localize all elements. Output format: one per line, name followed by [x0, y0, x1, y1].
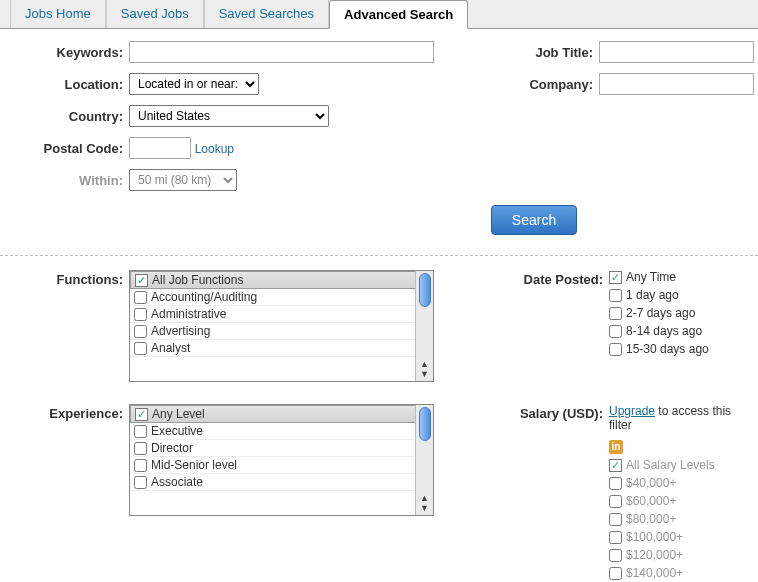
list-item[interactable]: Associate — [130, 474, 433, 491]
tab-jobs-home[interactable]: Jobs Home — [10, 0, 106, 28]
salary-section: Upgrade to access this filter in ✓All Sa… — [609, 404, 752, 582]
list-item[interactable]: Director — [130, 440, 433, 457]
checklist-item[interactable]: 15-30 days ago — [609, 342, 752, 356]
postal-input[interactable] — [129, 137, 191, 159]
tab-saved-jobs[interactable]: Saved Jobs — [106, 0, 204, 28]
functions-label: Functions: — [6, 270, 129, 287]
job-title-label: Job Title: — [509, 45, 599, 60]
country-label: Country: — [6, 109, 129, 124]
list-item[interactable]: ✓All Job Functions — [130, 271, 433, 289]
scrollbar[interactable]: ▲ ▼ — [415, 405, 433, 515]
tabs-bar: Jobs Home Saved Jobs Saved Searches Adva… — [0, 0, 758, 29]
checklist-item: $40,000+ — [609, 476, 752, 490]
keywords-input[interactable] — [129, 41, 434, 63]
checkbox — [609, 495, 622, 508]
list-item[interactable]: ✓Any Level — [130, 405, 433, 423]
list-item[interactable]: Mid-Senior level — [130, 457, 433, 474]
checklist-item[interactable]: ✓All Salary Levels — [609, 458, 752, 472]
checkbox[interactable] — [609, 343, 622, 356]
date-posted-label: Date Posted: — [499, 270, 609, 287]
experience-listbox[interactable]: ✓Any LevelExecutiveDirectorMid-Senior le… — [129, 404, 434, 516]
checkbox — [609, 513, 622, 526]
checklist-item[interactable]: 1 day ago — [609, 288, 752, 302]
checkbox[interactable] — [134, 476, 147, 489]
checkbox — [609, 477, 622, 490]
list-item[interactable]: Executive — [130, 423, 433, 440]
location-select[interactable]: Located in or near: — [129, 73, 259, 95]
list-item[interactable]: Advertising — [130, 323, 433, 340]
scroll-down-icon[interactable]: ▼ — [420, 503, 429, 513]
upgrade-link[interactable]: Upgrade — [609, 404, 655, 418]
keywords-label: Keywords: — [6, 45, 129, 60]
list-item[interactable]: Analyst — [130, 340, 433, 357]
divider — [0, 255, 758, 256]
search-button[interactable]: Search — [491, 205, 577, 235]
checkbox-checked-icon[interactable]: ✓ — [135, 274, 148, 287]
checkbox[interactable] — [134, 342, 147, 355]
date-posted-list: ✓Any Time1 day ago2-7 days ago8-14 days … — [609, 270, 752, 360]
company-input[interactable] — [599, 73, 754, 95]
checkbox[interactable] — [609, 325, 622, 338]
tab-advanced-search[interactable]: Advanced Search — [329, 0, 468, 29]
tab-saved-searches[interactable]: Saved Searches — [204, 0, 329, 28]
checklist-item: $60,000+ — [609, 494, 752, 508]
checkbox[interactable] — [134, 291, 147, 304]
checklist-item[interactable]: 2-7 days ago — [609, 306, 752, 320]
functions-listbox[interactable]: ✓All Job FunctionsAccounting/AuditingAdm… — [129, 270, 434, 382]
scroll-down-icon[interactable]: ▼ — [420, 369, 429, 379]
checkbox — [609, 531, 622, 544]
checklist-item[interactable]: 8-14 days ago — [609, 324, 752, 338]
job-title-input[interactable] — [599, 41, 754, 63]
checklist-item: $100,000+ — [609, 530, 752, 544]
checkbox-checked-icon[interactable]: ✓ — [609, 459, 622, 472]
within-select[interactable]: 50 mi (80 km) — [129, 169, 237, 191]
checkbox — [609, 549, 622, 562]
country-select[interactable]: United States — [129, 105, 329, 127]
checkbox[interactable] — [609, 289, 622, 302]
scroll-up-icon[interactable]: ▲ — [420, 493, 429, 503]
search-form: Keywords: Job Title: Location: Located i… — [0, 29, 758, 251]
scroll-thumb[interactable] — [419, 407, 431, 441]
checklist-item: $120,000+ — [609, 548, 752, 562]
checkbox — [609, 567, 622, 580]
within-label: Within: — [6, 173, 129, 188]
checkbox-checked-icon[interactable]: ✓ — [609, 271, 622, 284]
scroll-thumb[interactable] — [419, 273, 431, 307]
postal-label: Postal Code: — [6, 141, 129, 156]
scrollbar[interactable]: ▲ ▼ — [415, 271, 433, 381]
checkbox[interactable] — [134, 459, 147, 472]
lookup-link[interactable]: Lookup — [195, 142, 234, 156]
checkbox[interactable] — [134, 442, 147, 455]
checkbox[interactable] — [134, 325, 147, 338]
checkbox[interactable] — [134, 308, 147, 321]
checkbox[interactable] — [134, 425, 147, 438]
list-item[interactable]: Accounting/Auditing — [130, 289, 433, 306]
location-label: Location: — [6, 77, 129, 92]
salary-label: Salary (USD): — [499, 404, 609, 421]
checkbox-checked-icon[interactable]: ✓ — [135, 408, 148, 421]
checkbox[interactable] — [609, 307, 622, 320]
checklist-item[interactable]: ✓Any Time — [609, 270, 752, 284]
scroll-up-icon[interactable]: ▲ — [420, 359, 429, 369]
checklist-item: $140,000+ — [609, 566, 752, 580]
checklist-item: $80,000+ — [609, 512, 752, 526]
list-item[interactable]: Administrative — [130, 306, 433, 323]
company-label: Company: — [509, 77, 599, 92]
linkedin-icon: in — [609, 440, 623, 454]
experience-label: Experience: — [6, 404, 129, 421]
